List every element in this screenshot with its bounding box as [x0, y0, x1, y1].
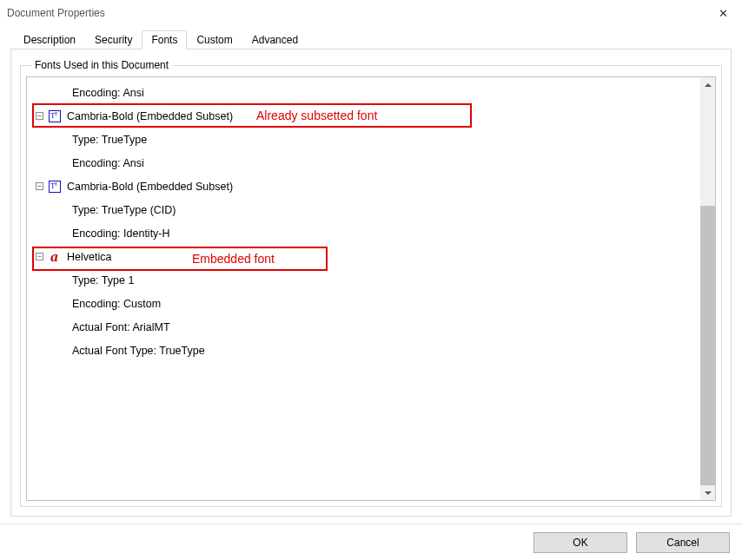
tree-item-label: Encoding: Ansi: [70, 87, 144, 99]
font-actual-font: Actual Font: ArialMT: [70, 321, 170, 333]
expander-minus-icon[interactable]: −: [36, 182, 43, 190]
scrollbar-thumb[interactable]: [700, 206, 715, 485]
tab-custom[interactable]: Custom: [187, 30, 242, 49]
tabstrip: Description Security Fonts Custom Advanc…: [14, 30, 732, 49]
font-type: Type: Type 1: [70, 274, 134, 287]
cancel-button[interactable]: Cancel: [636, 532, 730, 553]
chevron-down-icon: [705, 491, 712, 495]
tree-node-font[interactable]: − TT Cambria-Bold (Embedded Subset): [27, 175, 700, 198]
tab-label: Security: [95, 34, 132, 46]
font-name: Cambria-Bold (Embedded Subset): [65, 110, 233, 122]
tab-label: Custom: [196, 34, 232, 46]
tree-leaf[interactable]: Actual Font Type: TrueType: [27, 339, 700, 362]
font-encoding: Encoding: Custom: [70, 298, 161, 310]
ok-button[interactable]: OK: [533, 532, 627, 553]
type1-icon: a: [48, 250, 61, 263]
font-name: Cambria-Bold (Embedded Subset): [65, 181, 233, 193]
button-label: Cancel: [666, 537, 699, 549]
scroll-down-button[interactable]: [700, 485, 715, 500]
client-area: Description Security Fonts Custom Advanc…: [0, 26, 742, 524]
font-encoding: Encoding: Ansi: [70, 157, 144, 169]
groupbox-label: Fonts Used in this Document: [31, 59, 172, 71]
tab-advanced[interactable]: Advanced: [242, 30, 308, 49]
tree-leaf[interactable]: Encoding: Ansi: [27, 151, 700, 175]
tab-description[interactable]: Description: [14, 30, 85, 49]
tree-leaf[interactable]: Encoding: Identity-H: [27, 221, 700, 245]
font-actual-type: Actual Font Type: TrueType: [70, 345, 205, 357]
tab-security[interactable]: Security: [85, 30, 142, 49]
tree-leaf[interactable]: Type: TrueType: [27, 128, 700, 151]
font-name: Helvetica: [65, 251, 111, 263]
font-encoding: Encoding: Identity-H: [70, 227, 170, 240]
tab-label: Advanced: [252, 34, 298, 46]
close-button[interactable]: ✕: [704, 0, 742, 26]
window-title: Document Properties: [7, 7, 704, 19]
close-icon: ✕: [719, 7, 728, 20]
fonts-treeview[interactable]: Encoding: Ansi − TT Cambria-Bold (Embedd…: [27, 77, 700, 390]
window: Document Properties ✕ Description Securi…: [0, 0, 742, 560]
tree-node-font[interactable]: − a Helvetica: [27, 245, 700, 268]
tree-leaf[interactable]: Type: Type 1: [27, 268, 700, 292]
treeview-container: Encoding: Ansi − TT Cambria-Bold (Embedd…: [26, 76, 716, 501]
tab-label: Fonts: [151, 34, 177, 46]
font-type: Type: TrueType (CID): [70, 204, 176, 216]
groupbox-fonts-used: Fonts Used in this Document Encoding: An…: [20, 65, 722, 507]
titlebar: Document Properties ✕: [0, 0, 742, 26]
tab-panel-fonts: Fonts Used in this Document Encoding: An…: [10, 49, 732, 517]
dialog-footer: OK Cancel: [0, 524, 742, 560]
annotation-text: Embedded font: [192, 252, 275, 266]
truetype-icon: TT: [48, 180, 61, 193]
expander-minus-icon[interactable]: −: [36, 253, 43, 260]
tree-leaf[interactable]: Encoding: Ansi: [27, 81, 700, 104]
truetype-icon: TT: [48, 109, 61, 122]
expander-minus-icon[interactable]: −: [36, 112, 43, 120]
tab-label: Description: [23, 34, 76, 46]
tree-leaf[interactable]: Actual Font: ArialMT: [27, 315, 700, 339]
button-label: OK: [573, 537, 587, 549]
annotation-text: Already subsetted font: [256, 109, 377, 122]
scroll-up-button[interactable]: [700, 77, 715, 92]
tree-leaf[interactable]: Type: TrueType (CID): [27, 198, 700, 221]
font-type: Type: TrueType: [70, 134, 147, 146]
tree-leaf[interactable]: Encoding: Custom: [27, 292, 700, 315]
vertical-scrollbar[interactable]: [700, 77, 715, 500]
tab-fonts[interactable]: Fonts: [142, 30, 187, 49]
chevron-up-icon: [705, 83, 712, 87]
